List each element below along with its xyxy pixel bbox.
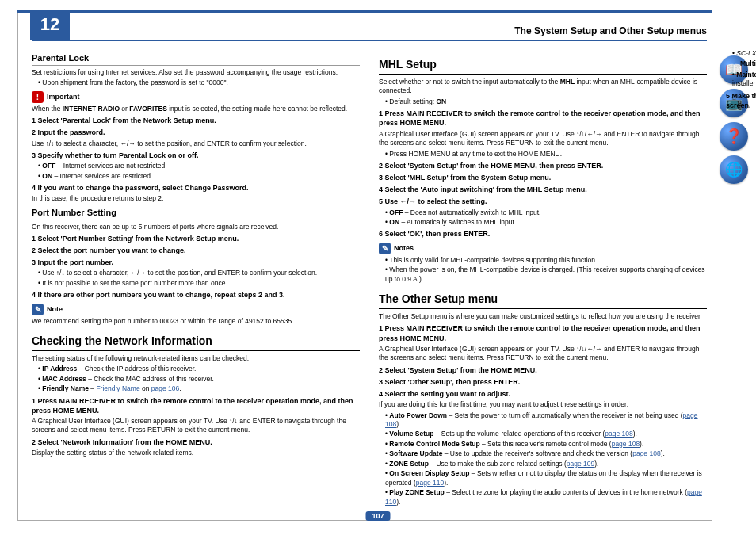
- important-text: When the INTERNET RADIO or FAVORITES inp…: [32, 105, 360, 113]
- header-rule: [32, 40, 707, 41]
- content-columns: Parental Lock Set restrictions for using…: [32, 49, 707, 511]
- important-icon: !: [32, 91, 44, 103]
- page-link[interactable]: page 108: [612, 440, 640, 448]
- mhl-note-2: When the power is on, the MHL-compatible…: [385, 266, 707, 284]
- other-step-1-detail: A Graphical User Interface (GUI) screen …: [379, 345, 707, 363]
- list-item: ZONE Setup – Use to make the sub zone-re…: [385, 460, 707, 468]
- mhl-step-4: 4 Select the 'Auto input switching' from…: [379, 185, 707, 194]
- port-step-1: 1 Select 'Port Number Setting' from the …: [32, 234, 360, 243]
- important-label: Important: [47, 92, 80, 101]
- page-link[interactable]: page 109: [567, 460, 594, 468]
- mhl-heading: MHL Setup: [379, 57, 707, 75]
- page-title: The System Setup and Other Setup menus: [514, 25, 707, 36]
- top-bar: [17, 10, 712, 13]
- mci-item: Multi Ch In Setup – Specifies the option…: [726, 59, 756, 68]
- page-link[interactable]: page 108: [632, 449, 660, 457]
- mhl-step-1-detail: A Graphical User Interface (GUI) screen …: [379, 130, 707, 148]
- page-link[interactable]: page 110: [416, 479, 444, 487]
- mhl-on: ON – Automatically switches to MHL input…: [385, 218, 707, 227]
- netinfo-fn: Friendly Name – Friendly Name on page 10…: [38, 384, 360, 393]
- network-icon[interactable]: 🌐: [720, 155, 748, 184]
- netinfo-step-1: 1 Press MAIN RECEIVER to switch the remo…: [32, 396, 360, 415]
- other-heading: The Other Setup menu: [379, 292, 707, 309]
- friendly-name-link[interactable]: Friendly Name: [96, 384, 139, 392]
- netinfo-heading: Checking the Network Information: [32, 334, 360, 351]
- port-intro: On this receiver, there can be up to 5 n…: [32, 223, 360, 231]
- parental-lock-heading: Parental Lock: [32, 52, 360, 66]
- mhl-note-1: This is only valid for MHL-compatible de…: [385, 256, 707, 265]
- list-item: Remote Control Mode Setup – Sets this re…: [385, 440, 707, 449]
- mhl-intro: Select whether or not to switch the inpu…: [379, 78, 707, 96]
- list-item: Volume Setup – Sets up the volume-relate…: [385, 430, 707, 438]
- important-callout: ! Important: [32, 91, 360, 103]
- mhl-step-5: 5 Use ←/→ to select the setting.: [379, 197, 707, 206]
- parental-step-4: 4 If you want to change the password, se…: [32, 183, 360, 193]
- notes-icon: ✎: [379, 243, 391, 254]
- help-icon[interactable]: ❓: [720, 122, 748, 151]
- sc-only: SC-LX88 only:: [732, 49, 756, 58]
- other-intro: The Other Setup menu is where you can ma…: [379, 312, 707, 321]
- parental-on: ON – Internet services are restricted.: [38, 172, 360, 181]
- netinfo-ip: IP Address – Check the IP address of thi…: [38, 365, 360, 373]
- parental-step-2-detail: Use ↑/↓ to select a character, ←/→ to se…: [32, 139, 360, 148]
- parental-intro-bullet: Upon shipment from the factory, the pass…: [38, 78, 360, 87]
- port-step-3: 3 Input the port number.: [32, 258, 360, 267]
- chapter-number: 12: [30, 10, 70, 40]
- mhl-step-1: 1 Press MAIN RECEIVER to switch the remo…: [379, 109, 707, 128]
- mhl-step-6: 6 Select 'OK', then press ENTER.: [379, 229, 707, 239]
- other-step-3: 3 Select 'Other Setup', then press ENTER…: [379, 377, 707, 387]
- list-item: Auto Power Down – Sets the power to turn…: [385, 411, 707, 430]
- netinfo-step-1-detail: A Graphical User Interface (GUI) screen …: [32, 417, 360, 435]
- other-step-4: 4 Select the setting you want to adjust.: [379, 389, 707, 399]
- note-icon: ✎: [32, 304, 44, 315]
- parental-step-1: 1 Select 'Parental Lock' from the Networ…: [32, 116, 360, 125]
- page-106-link[interactable]: page 106: [151, 384, 179, 392]
- port-step-2: 2 Select the port number you want to cha…: [32, 246, 360, 255]
- port-heading: Port Number Setting: [32, 207, 360, 220]
- port-note-text: We recommend setting the port number to …: [32, 317, 360, 326]
- page-number: 107: [365, 511, 390, 521]
- mhl-default: Default setting: ON: [385, 97, 707, 106]
- maint-item: Maintenance Mode – This is used to recei…: [732, 71, 756, 89]
- netinfo-step-2: 2 Select 'Network Information' from the …: [32, 438, 360, 447]
- netinfo-intro: The setting status of the following netw…: [32, 354, 360, 363]
- parental-step-3: 3 Specify whether to turn Parental Lock …: [32, 151, 360, 160]
- other-step-5: 5 Make the adjustments necessary for eac…: [726, 91, 756, 110]
- other-settings-list: Auto Power Down – Sets the power to turn…: [379, 411, 707, 507]
- port-step3-b1: Use ↑/↓ to select a character, ←/→ to se…: [38, 269, 360, 277]
- page-link[interactable]: page 108: [605, 430, 632, 438]
- list-item: On Screen Display Setup – Sets whether o…: [385, 469, 707, 487]
- parental-step-2: 2 Input the password.: [32, 128, 360, 137]
- other-step-1: 1 Press MAIN RECEIVER to switch the remo…: [379, 323, 707, 342]
- notes-label: Notes: [394, 243, 414, 253]
- note-callout: ✎ Note: [32, 304, 360, 315]
- mhl-off: OFF – Does not automatically switch to M…: [385, 208, 707, 217]
- list-item: Play ZONE Setup – Select the zone for pl…: [385, 488, 707, 506]
- port-step3-b2: It is not possible to set the same port …: [38, 279, 360, 288]
- port-step-4: 4 If there are other port numbers you wa…: [32, 290, 360, 300]
- parental-off: OFF – Internet services are not restrict…: [38, 162, 360, 170]
- netinfo-mac: MAC Address – Check the MAC address of t…: [38, 375, 360, 384]
- notes-callout: ✎ Notes: [379, 243, 707, 254]
- parental-step-4-detail: In this case, the procedure returns to s…: [32, 194, 360, 203]
- other-step-2: 2 Select 'System Setup' from the HOME ME…: [379, 365, 707, 375]
- note-label: Note: [47, 304, 63, 314]
- other-step-4-intro: If you are doing this for the first time…: [379, 400, 707, 409]
- mhl-step-1-bullet: Press HOME MENU at any time to exit the …: [385, 150, 707, 159]
- netinfo-step-2-detail: Display the setting status of the networ…: [32, 449, 360, 457]
- list-item: Software Update – Use to update the rece…: [385, 449, 707, 458]
- parental-intro: Set restrictions for using Internet serv…: [32, 68, 360, 77]
- mhl-step-3: 3 Select 'MHL Setup' from the System Set…: [379, 173, 707, 182]
- mhl-step-2: 2 Select 'System Setup' from the HOME ME…: [379, 161, 707, 170]
